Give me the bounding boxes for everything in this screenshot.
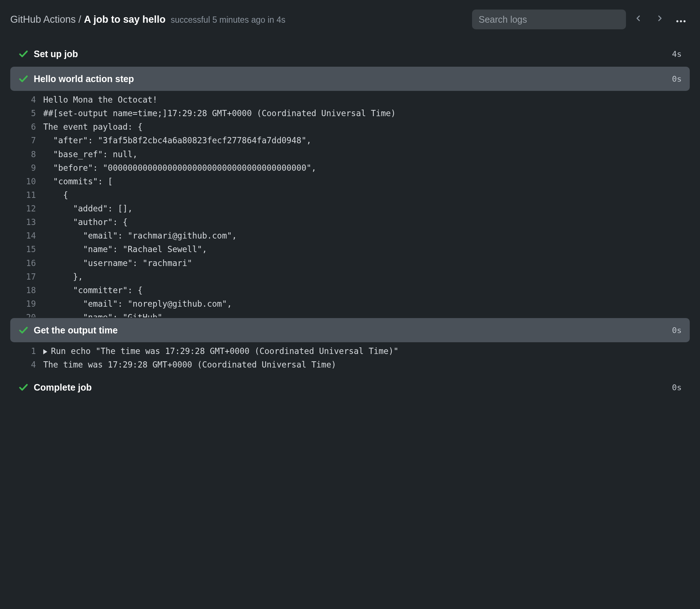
- breadcrumb-prefix: GitHub Actions /: [10, 14, 84, 25]
- line-number: 14: [10, 229, 43, 243]
- line-number: 18: [10, 284, 43, 297]
- prev-job-button[interactable]: [630, 11, 647, 28]
- run-status-text: successful 5 minutes ago in 4s: [171, 15, 285, 25]
- log-line: 19 "email": "noreply@github.com",: [10, 297, 690, 311]
- check-icon: [18, 74, 29, 84]
- step-title: Set up job: [34, 49, 672, 59]
- log-line: 15 "name": "Rachael Sewell",: [10, 243, 690, 256]
- line-content: "before": "00000000000000000000000000000…: [43, 161, 682, 175]
- search-logs-input[interactable]: [472, 10, 626, 29]
- log-line: 18 "committer": {: [10, 284, 690, 297]
- line-content: {: [43, 188, 682, 202]
- line-content: "email": "rachmari@github.com",: [43, 229, 682, 243]
- log-line: 13 "author": {: [10, 215, 690, 229]
- more-options-button[interactable]: [672, 11, 690, 28]
- line-number: 1: [10, 344, 43, 358]
- next-job-button[interactable]: [651, 11, 668, 28]
- step-title: Hello world action step: [34, 74, 672, 84]
- line-number: 10: [10, 175, 43, 188]
- steps-list: Set up job4sHello world action step0s4He…: [10, 42, 690, 399]
- breadcrumb[interactable]: GitHub Actions / A job to say hello: [10, 14, 166, 25]
- step-header[interactable]: Set up job4s: [10, 42, 690, 66]
- line-number: 11: [10, 188, 43, 202]
- chevron-left-icon: [635, 15, 642, 24]
- step-output-time: Get the output time0s1Run echo "The time…: [10, 318, 690, 374]
- log-line: 9 "before": "000000000000000000000000000…: [10, 161, 690, 175]
- step-header[interactable]: Complete job0s: [10, 375, 690, 399]
- line-content: The time was 17:29:28 GMT+0000 (Coordina…: [43, 358, 682, 372]
- line-content: "username": "rachmari": [43, 256, 682, 270]
- line-content[interactable]: Run echo "The time was 17:29:28 GMT+0000…: [43, 344, 682, 358]
- check-icon: [18, 49, 29, 59]
- step-title: Complete job: [34, 382, 672, 393]
- log-line: 8 "base_ref": null,: [10, 148, 690, 161]
- log-line: 5##[set-output name=time;]17:29:28 GMT+0…: [10, 107, 690, 120]
- log-line: 11 {: [10, 188, 690, 202]
- log-body: 1Run echo "The time was 17:29:28 GMT+000…: [10, 342, 690, 374]
- log-line: 20 "name": "GitHub",: [10, 311, 690, 317]
- check-icon: [18, 382, 29, 392]
- line-number: 7: [10, 134, 43, 147]
- check-icon: [18, 325, 29, 335]
- line-content: "after": "3faf5b8f2cbc4a6a80823fecf27786…: [43, 134, 682, 147]
- line-number: 9: [10, 161, 43, 175]
- kebab-icon: [676, 14, 686, 25]
- step-hello: Hello world action step0s4Hello Mona the…: [10, 67, 690, 317]
- step-duration: 0s: [672, 74, 682, 84]
- svg-point-1: [680, 20, 682, 22]
- log-header: GitHub Actions / A job to say hello succ…: [10, 10, 690, 29]
- log-line: 16 "username": "rachmari": [10, 256, 690, 270]
- line-number: 8: [10, 148, 43, 161]
- line-number: 20: [10, 311, 43, 317]
- line-content: "commits": [: [43, 175, 682, 188]
- line-content: "committer": {: [43, 284, 682, 297]
- step-duration: 4s: [672, 49, 682, 59]
- step-header[interactable]: Hello world action step0s: [10, 67, 690, 91]
- step-complete: Complete job0s: [10, 375, 690, 399]
- log-line: 1Run echo "The time was 17:29:28 GMT+000…: [10, 344, 690, 358]
- line-content: The event payload: {: [43, 120, 682, 134]
- step-duration: 0s: [672, 383, 682, 392]
- line-number: 4: [10, 358, 43, 372]
- step-duration: 0s: [672, 326, 682, 335]
- line-number: 15: [10, 243, 43, 256]
- disclosure-triangle-icon: [43, 349, 47, 354]
- line-number: 16: [10, 256, 43, 270]
- log-line: 7 "after": "3faf5b8f2cbc4a6a80823fecf277…: [10, 134, 690, 147]
- line-content: "name": "Rachael Sewell",: [43, 243, 682, 256]
- line-number: 6: [10, 120, 43, 134]
- line-number: 19: [10, 297, 43, 311]
- chevron-right-icon: [656, 15, 663, 24]
- line-number: 13: [10, 215, 43, 229]
- line-content: "base_ref": null,: [43, 148, 682, 161]
- line-content: "email": "noreply@github.com",: [43, 297, 682, 311]
- line-number: 4: [10, 93, 43, 107]
- log-line: 10 "commits": [: [10, 175, 690, 188]
- breadcrumb-current: A job to say hello: [84, 14, 166, 25]
- line-content: ##[set-output name=time;]17:29:28 GMT+00…: [43, 107, 682, 120]
- line-content: "name": "GitHub",: [43, 311, 682, 317]
- log-line: 4Hello Mona the Octocat!: [10, 93, 690, 107]
- line-number: 12: [10, 202, 43, 215]
- log-line: 4The time was 17:29:28 GMT+0000 (Coordin…: [10, 358, 690, 372]
- log-line: 6The event payload: {: [10, 120, 690, 134]
- step-title: Get the output time: [34, 325, 672, 336]
- line-number: 17: [10, 270, 43, 284]
- svg-point-2: [684, 20, 686, 22]
- step-setup: Set up job4s: [10, 42, 690, 66]
- log-line: 14 "email": "rachmari@github.com",: [10, 229, 690, 243]
- log-line: 12 "added": [],: [10, 202, 690, 215]
- header-left: GitHub Actions / A job to say hello succ…: [10, 14, 285, 25]
- line-content: "author": {: [43, 215, 682, 229]
- log-body: 4Hello Mona the Octocat!5##[set-output n…: [10, 91, 690, 317]
- step-header[interactable]: Get the output time0s: [10, 318, 690, 342]
- svg-point-0: [676, 20, 678, 22]
- line-content: Hello Mona the Octocat!: [43, 93, 682, 107]
- line-number: 5: [10, 107, 43, 120]
- line-content: "added": [],: [43, 202, 682, 215]
- line-content: },: [43, 270, 682, 284]
- header-right: [472, 10, 690, 29]
- log-line: 17 },: [10, 270, 690, 284]
